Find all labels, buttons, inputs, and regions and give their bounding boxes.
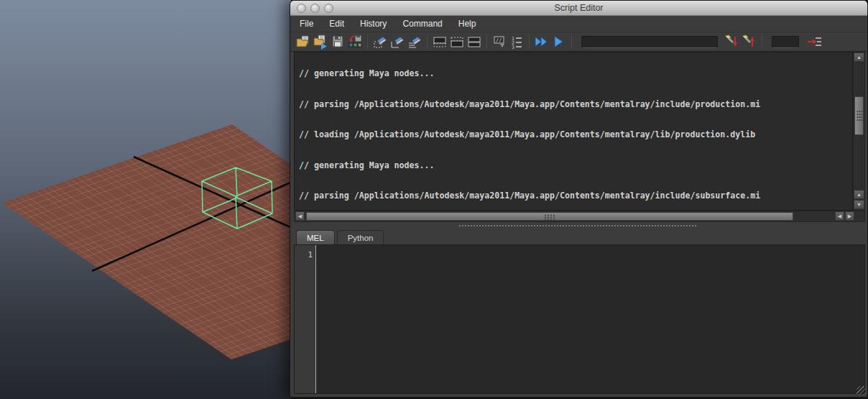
horizontal-scroll-thumb[interactable] xyxy=(306,212,793,221)
menu-command[interactable]: Command xyxy=(394,17,450,31)
vertical-scroll-thumb[interactable] xyxy=(854,96,864,135)
show-both-panes-icon[interactable] xyxy=(466,33,483,50)
history-horizontal-scrollbar[interactable]: ◀ ◀ ▶ xyxy=(294,211,865,222)
execute-icon[interactable] xyxy=(550,33,568,50)
history-line: // parsing /Applications/Autodesk/maya20… xyxy=(299,99,852,109)
menu-history[interactable]: History xyxy=(352,17,394,31)
menu-help[interactable]: Help xyxy=(451,17,484,31)
toolbar-separator xyxy=(486,35,487,49)
splitter-grip xyxy=(459,225,696,226)
toolbar-separator xyxy=(529,35,530,49)
show-history-pane-icon[interactable] xyxy=(431,33,448,50)
history-output-pane[interactable]: // generating Maya nodes... // parsing /… xyxy=(294,52,853,211)
history-line: // generating Maya nodes... xyxy=(299,68,852,78)
script-editor-window: Script Editor File Edit History Command … xyxy=(290,0,868,398)
open-script-icon[interactable] xyxy=(295,33,312,50)
search-up-icon[interactable] xyxy=(741,33,758,50)
scroll-left-icon[interactable]: ◀ xyxy=(295,211,305,221)
line-number-gutter: 1 xyxy=(295,245,315,393)
execute-all-icon[interactable] xyxy=(533,33,550,50)
menu-bar: File Edit History Command Help xyxy=(290,16,867,32)
clear-all-icon[interactable] xyxy=(406,33,423,50)
viewport-scene xyxy=(0,0,291,399)
scroll-left-icon[interactable]: ◀ xyxy=(835,211,844,221)
tab-mel[interactable]: MEL xyxy=(296,230,335,244)
window-resize-grip[interactable] xyxy=(857,386,866,395)
clear-history-icon[interactable] xyxy=(371,33,389,50)
scroll-down-icon[interactable]: ▼ xyxy=(854,200,864,209)
echo-all-commands-icon[interactable]: // xyxy=(491,33,508,50)
save-script-icon[interactable] xyxy=(329,33,346,50)
history-lines: // generating Maya nodes... // parsing /… xyxy=(295,52,852,211)
ground-grid-plane xyxy=(2,124,291,359)
script-input-pane: 1 xyxy=(294,244,865,394)
tab-python[interactable]: Python xyxy=(337,230,384,244)
language-tab-bar: MEL Python xyxy=(294,229,865,244)
scroll-up-icon[interactable]: ▲ xyxy=(854,52,864,62)
toolbar: // 123 xyxy=(290,32,867,52)
quick-help-input[interactable] xyxy=(772,36,799,48)
svg-text:3: 3 xyxy=(512,45,514,50)
search-input[interactable] xyxy=(581,36,718,48)
script-input-editor[interactable] xyxy=(316,245,864,393)
toolbar-separator xyxy=(571,35,572,49)
goto-line-icon[interactable] xyxy=(806,33,823,50)
thumb-grip xyxy=(857,110,863,121)
history-line: // loading /Applications/Autodesk/maya20… xyxy=(299,129,852,139)
toolbar-separator xyxy=(762,35,762,49)
window-title: Script Editor xyxy=(290,3,867,13)
thumb-grip xyxy=(544,214,555,220)
history-line: // parsing /Applications/Autodesk/maya20… xyxy=(299,191,852,201)
toolbar-separator xyxy=(367,35,368,49)
maya-3d-viewport[interactable] xyxy=(0,0,291,399)
show-input-pane-icon[interactable] xyxy=(448,33,466,50)
menu-edit[interactable]: Edit xyxy=(321,17,352,31)
toolbar-separator xyxy=(427,35,428,49)
history-line: // generating Maya nodes... xyxy=(299,160,852,170)
history-vertical-scrollbar[interactable]: ▲ ▲ ▼ xyxy=(853,52,865,211)
pane-splitter[interactable] xyxy=(294,222,865,229)
scroll-right-icon[interactable]: ▶ xyxy=(845,211,854,221)
clear-input-icon[interactable] xyxy=(389,33,406,50)
scroll-up-icon[interactable]: ▲ xyxy=(854,190,864,199)
menu-file[interactable]: File xyxy=(292,17,321,31)
source-script-icon[interactable] xyxy=(312,33,329,50)
show-line-numbers-icon[interactable]: 123 xyxy=(508,33,525,50)
title-bar[interactable]: Script Editor xyxy=(290,1,867,16)
svg-text://: // xyxy=(496,37,502,43)
save-script-to-shelf-icon[interactable] xyxy=(346,33,364,50)
line-number: 1 xyxy=(308,250,313,260)
search-down-icon[interactable] xyxy=(724,33,741,50)
